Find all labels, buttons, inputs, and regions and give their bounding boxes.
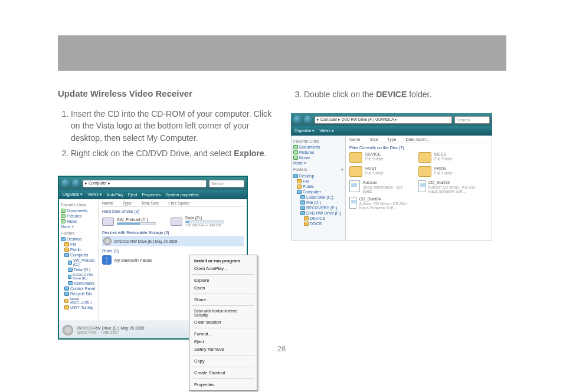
group-other: Other (1)	[102, 249, 244, 253]
tree-dvd: DVD/CD-RW Drive (E:)	[61, 272, 97, 281]
drive-icon	[68, 261, 72, 265]
documents-icon	[61, 209, 66, 213]
tree-docs: DOCS	[293, 221, 343, 226]
tree-computer: Computer	[61, 252, 97, 258]
control-panel-icon	[64, 286, 69, 291]
toolbar: Organize ▾ Views ▾	[291, 126, 492, 136]
folders-header: Folders▾	[293, 167, 343, 172]
fav-documents: Documents	[293, 144, 343, 150]
tree-desktop: Desktop	[293, 173, 343, 179]
tree-fm: FM	[293, 179, 343, 184]
fav-music: Music	[61, 219, 97, 224]
step-1-text: Insert the CD into the CD-ROM of your co…	[71, 109, 271, 143]
column-headers: Name Type Total Size Free Space	[102, 201, 244, 207]
step-2-post: .	[264, 149, 267, 158]
col-type: Type	[123, 201, 132, 205]
forward-button-icon	[304, 116, 312, 124]
dvd-label: DVD/CD-RW Drive (E:) May 26 2009	[114, 239, 177, 243]
cm-explore: Explore	[189, 276, 257, 284]
music-icon	[61, 219, 66, 223]
main-pane: Name Type Total Size Free Space Hard Dis…	[99, 199, 247, 321]
tree-recovery: RECOVERY (E:)	[293, 205, 343, 210]
file-icon	[418, 180, 425, 192]
toolbar-eject: Eject	[128, 193, 138, 197]
screenshot-1: ▸ Computer ▸ Search Organize ▾ Views ▾ A…	[58, 176, 248, 340]
fav-documents: Documents	[61, 208, 97, 213]
left-column: Update Wireless Video Receiver Insert th…	[58, 88, 273, 340]
fav-more: More »	[61, 224, 97, 229]
drive-icon	[102, 218, 114, 226]
folder-icon	[418, 152, 431, 163]
recycle-icon	[64, 292, 69, 296]
col-type: Type	[387, 137, 396, 141]
step-3-bold: DEVICE	[376, 90, 407, 99]
fav-music: Music	[293, 155, 343, 160]
tree-fm: FM	[61, 242, 97, 247]
toolbar-system: System properties	[165, 193, 198, 197]
cm-shortcut: Create Shortcut	[189, 369, 257, 377]
folder-icon	[64, 248, 69, 252]
file-label: CD_Start32Autorun CD Menu · KS-SW · Klau…	[428, 180, 480, 193]
col-name: Name	[102, 201, 113, 205]
cm-open: Open	[189, 284, 257, 292]
disc-icon	[63, 325, 73, 335]
step-1: Insert the CD into the CD-ROM of your co…	[71, 108, 273, 144]
cm-copy: Copy	[189, 357, 257, 365]
pictures-icon	[293, 150, 298, 154]
favorites-header: Favorite Links	[293, 139, 343, 143]
tree-control: Control Panel	[61, 286, 97, 291]
file-item: DEVICEFile Folder	[349, 152, 411, 163]
file-item: HOSTFile Folder	[349, 166, 411, 177]
titlebar: ▸ Computer ▸ DVD RW Drive (F:) GUWB2LA ▸…	[291, 113, 492, 126]
drive-icon	[300, 195, 305, 199]
back-button-icon	[293, 116, 302, 124]
tree-computer: Computer	[293, 189, 343, 195]
address-bar: ▸ Computer ▸ DVD RW Drive (F:) GUWB2LA ▸	[315, 116, 452, 124]
folder-icon	[418, 166, 431, 177]
drive-icon	[300, 200, 305, 205]
folder-icon	[304, 222, 309, 226]
col-free: Free Space	[168, 201, 189, 205]
drive-c-row: SW_Preload (C:) Data (D:) 118 GB free of…	[102, 215, 244, 228]
page-content: Update Wireless Video Receiver Insert th…	[58, 88, 506, 340]
file-item: FROGFile Folder	[418, 166, 480, 177]
folder-icon	[349, 166, 362, 177]
chevron-down-icon: ▾	[341, 167, 343, 172]
tree-recycle: Recycle Bin	[61, 291, 97, 297]
pictures-icon	[61, 214, 66, 218]
folder-icon	[349, 152, 362, 163]
header-gray-bar	[58, 35, 506, 71]
right-column: Double click on the DEVICE folder. ▸ Com…	[291, 88, 506, 340]
bluetooth-icon: ⋮	[102, 255, 112, 265]
drive-icon	[68, 281, 73, 285]
step-2-bold: Explore	[234, 149, 264, 158]
computer-icon	[297, 190, 302, 194]
fav-pictures: Pictures	[293, 150, 343, 155]
fav-more: More »	[293, 160, 343, 166]
page-number: 28	[0, 344, 563, 353]
titlebar: ▸ Computer ▸ Search	[59, 177, 247, 190]
file-label: FROGFile Folder	[434, 166, 453, 177]
bluetooth-label: My Bluetooth Places	[114, 258, 152, 262]
tree-removable: Removable	[61, 281, 97, 286]
main-pane: Name Size Type Date modif... Files Curre…	[346, 136, 492, 240]
drive-c-label: SW_Preload (C:)	[117, 218, 156, 222]
col-date: Date modif...	[406, 137, 430, 141]
cm-clear: Clear session	[189, 318, 257, 326]
music-icon	[293, 156, 298, 160]
instruction-list-right: Double click on the DEVICE folder.	[291, 88, 506, 100]
folder-icon	[297, 185, 302, 189]
drive-icon	[68, 268, 73, 272]
col-size: Size	[370, 137, 378, 141]
tree-d: File (D:)	[293, 200, 343, 205]
search-box: Search	[454, 116, 490, 124]
drive-icon	[300, 206, 305, 210]
desktop-icon	[61, 237, 66, 241]
tree-setup: Setup x86(C_p138_)	[61, 297, 97, 305]
file-item: CD_Start64Autorun CD Menu · KS-SW · Klau…	[349, 197, 411, 210]
search-box: Search	[209, 180, 244, 187]
status-sub: Space Free: · Total Size:	[77, 330, 145, 334]
toolbar: Organize ▾ Views ▾ AutoPlay Eject Proper…	[59, 190, 247, 199]
cm-scan: Scan with Norton Internet Security	[189, 308, 257, 318]
step-2-pre: Right click on the CD/DVD Drive, and sel…	[71, 149, 234, 158]
